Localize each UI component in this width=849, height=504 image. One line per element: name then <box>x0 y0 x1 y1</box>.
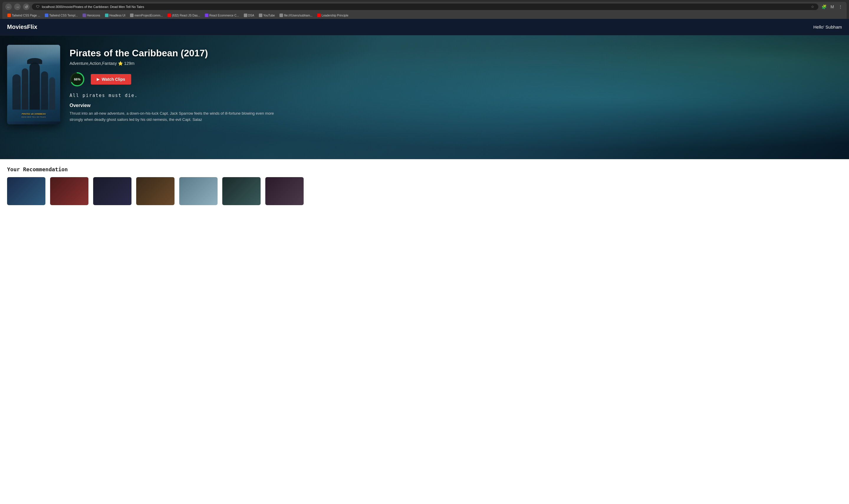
movie-info: Pirates of the Caribbean (2017) Adventur… <box>70 45 842 123</box>
recommendations-grid <box>7 177 842 205</box>
navbar: MoviesFlix Hello' Subham <box>0 19 849 35</box>
bookmark-favicon <box>205 14 209 17</box>
bookmark-react-das[interactable]: (632) React JS Das... <box>165 13 202 18</box>
security-icon: 🛡 <box>36 5 39 9</box>
bookmark-label: Headless UI <box>109 14 125 17</box>
extensions-button[interactable]: 🧩 <box>821 3 827 10</box>
rec-card-image <box>222 177 260 205</box>
bookmark-favicon <box>83 14 86 17</box>
bookmark-favicon <box>105 14 108 17</box>
rec-card-3[interactable] <box>93 177 131 205</box>
forward-button[interactable]: → <box>14 3 21 10</box>
bookmark-label: Tailwind CSS Page ... <box>12 14 40 17</box>
rec-card-5[interactable] <box>179 177 218 205</box>
bookmark-star-icon: ☆ <box>811 5 814 9</box>
rec-card-7[interactable] <box>265 177 304 205</box>
watch-clips-button[interactable]: ▶ Watch Clips <box>91 74 131 85</box>
movie-meta: Adventure,Action,Fantasy ⭐ 129m <box>70 61 842 66</box>
bookmark-headless[interactable]: Headless UI <box>103 13 127 18</box>
movie-runtime: 129m <box>124 61 134 66</box>
movie-title: Pirates of the Caribbean (2017) <box>70 48 842 59</box>
app: MoviesFlix Hello' Subham <box>0 19 849 212</box>
bookmark-label: mernProjectEcomm... <box>134 14 163 17</box>
bookmark-file[interactable]: file:///Users/subham... <box>277 13 314 18</box>
bookmark-favicon <box>167 14 171 17</box>
movie-poster: PIRATES ☠ CARIBBEAN DEAD MEN TELL NO TAL… <box>7 45 60 124</box>
bookmark-label: Leadership Principle <box>322 14 348 17</box>
poster-image: PIRATES ☠ CARIBBEAN DEAD MEN TELL NO TAL… <box>7 45 60 122</box>
bookmark-youtube[interactable]: YouTube <box>257 13 277 18</box>
hero-section: PIRATES ☠ CARIBBEAN DEAD MEN TELL NO TAL… <box>0 35 849 159</box>
user-greeting: Hello' Subham <box>813 24 842 30</box>
rec-card-image <box>179 177 218 205</box>
overview-text: Thrust into an all-new adventure, a down… <box>70 110 276 123</box>
bookmark-label: file:///Users/subham... <box>284 14 312 17</box>
bookmark-label: (632) React JS Das... <box>172 14 200 17</box>
overview-section: Overview Thrust into an all-new adventur… <box>70 103 842 123</box>
score-text: 66% <box>70 72 85 87</box>
overview-title: Overview <box>70 103 842 108</box>
bookmark-leadership[interactable]: Leadership Principle <box>315 13 350 18</box>
play-icon: ▶ <box>97 77 100 82</box>
menu-button[interactable]: ⋮ <box>837 3 844 10</box>
url-text: localhost:3000/movie/Pirates of the Cari… <box>42 5 809 8</box>
bookmark-label: DSA <box>248 14 254 17</box>
movie-tagline: All pirates must die. <box>70 93 842 98</box>
bookmarks-bar: Tailwind CSS Page ... Tailwind CSS Templ… <box>2 12 847 19</box>
bookmark-tailwind-page[interactable]: Tailwind CSS Page ... <box>5 13 42 18</box>
rec-card-image <box>50 177 88 205</box>
bookmark-label: Heroicons <box>87 14 100 17</box>
bookmark-favicon <box>259 14 263 17</box>
bookmark-label: React Ecommerce C... <box>209 14 239 17</box>
profile-button[interactable]: M <box>829 3 835 10</box>
movie-actions: 66% ▶ Watch Clips <box>70 72 842 87</box>
rec-card-2[interactable] <box>50 177 88 205</box>
address-bar[interactable]: 🛡 localhost:3000/movie/Pirates of the Ca… <box>32 3 818 10</box>
back-button[interactable]: ← <box>5 3 12 10</box>
rec-card-image <box>136 177 175 205</box>
browser-actions: 🧩 M ⋮ <box>821 3 844 10</box>
bookmark-favicon <box>279 14 283 17</box>
recommendations-section: Your Recommendation <box>0 159 849 212</box>
movie-genres: Adventure,Action,Fantasy <box>70 61 117 66</box>
rec-card-image <box>93 177 131 205</box>
bookmark-favicon <box>317 14 321 17</box>
bookmark-favicon <box>7 14 11 17</box>
recommendations-title: Your Recommendation <box>7 166 842 173</box>
bookmark-tailwind-templ[interactable]: Tailwind CSS Templ... <box>43 13 80 18</box>
hero-content: PIRATES ☠ CARIBBEAN DEAD MEN TELL NO TAL… <box>0 35 849 159</box>
rec-card-image <box>7 177 46 205</box>
bookmark-favicon <box>130 14 133 17</box>
bookmark-favicon <box>45 14 48 17</box>
bookmark-label: Tailwind CSS Templ... <box>49 14 78 17</box>
rec-card-6[interactable] <box>222 177 260 205</box>
browser-toolbar: ← → ↺ 🛡 localhost:3000/movie/Pirates of … <box>2 2 847 12</box>
bookmark-mern[interactable]: mernProjectEcomm... <box>128 13 165 18</box>
bookmark-dsa[interactable]: DSA <box>242 13 256 18</box>
bookmark-favicon <box>244 14 247 17</box>
score-circle: 66% <box>70 72 85 87</box>
rec-card-4[interactable] <box>136 177 175 205</box>
watch-clips-label: Watch Clips <box>102 77 125 82</box>
browser-chrome: ← → ↺ 🛡 localhost:3000/movie/Pirates of … <box>0 0 849 19</box>
refresh-button[interactable]: ↺ <box>23 3 30 10</box>
bookmark-heroicons[interactable]: Heroicons <box>80 13 102 18</box>
rec-card-image <box>265 177 304 205</box>
bookmark-label: YouTube <box>263 14 275 17</box>
brand-name: MoviesFlix <box>7 23 37 30</box>
movie-star: ⭐ <box>118 61 124 66</box>
bookmark-react-ecomm[interactable]: React Ecommerce C... <box>203 13 241 18</box>
rec-card-1[interactable] <box>7 177 46 205</box>
